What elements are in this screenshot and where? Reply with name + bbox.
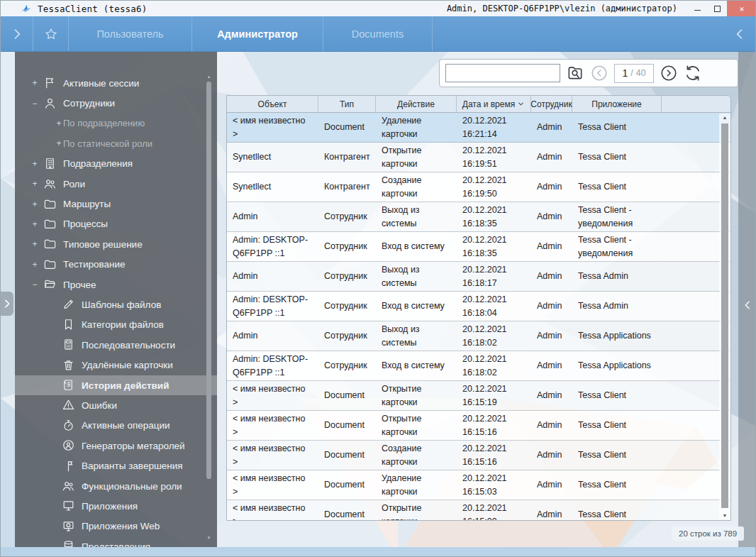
- sidebar-item[interactable]: Генераторы метаролей: [15, 436, 217, 456]
- cell-type: Document: [318, 381, 376, 410]
- cell-type: Document: [318, 470, 376, 500]
- right-panel-handle[interactable]: [738, 293, 756, 317]
- cell-employee: Admin: [531, 470, 572, 500]
- sidebar-item[interactable]: +Процессы: [15, 214, 217, 234]
- collapse-icon[interactable]: −: [30, 280, 39, 289]
- sidebar-item[interactable]: Представления: [15, 536, 217, 547]
- logged-in-user: Admin, DESKTOP-Q6FP1PP\vlezin (администр…: [447, 4, 677, 13]
- table-row[interactable]: Admin: DESKTOP-Q6FP1PP ::1СотрудникВход …: [227, 232, 730, 262]
- scroll-up-icon[interactable]: ▲: [719, 115, 730, 120]
- expand-menu-button[interactable]: [1, 16, 33, 51]
- sidebar-scrollbar[interactable]: ▲ ▼: [206, 75, 211, 537]
- tab-administrator[interactable]: Администратор: [192, 16, 323, 51]
- sidebar-item[interactable]: −Сотрудники: [15, 93, 217, 113]
- table-row[interactable]: Admin: DESKTOP-Q6FP1PP ::1СотрудникВход …: [227, 351, 730, 381]
- table-row[interactable]: < имя неизвестно >DocumentОткрытие карто…: [227, 411, 730, 441]
- sidebar-item[interactable]: История действий: [15, 375, 217, 395]
- sidebar-item[interactable]: +По статической роли: [15, 133, 217, 153]
- column-header[interactable]: Дата и время: [457, 96, 531, 112]
- refresh-button[interactable]: [684, 64, 702, 82]
- sidebar-expand-handle[interactable]: [1, 292, 13, 316]
- monitor-web-icon: [62, 519, 76, 534]
- folder-search-icon: [566, 64, 584, 82]
- chevron-left-icon: [742, 299, 753, 311]
- search-input[interactable]: [445, 64, 560, 82]
- expand-icon[interactable]: +: [30, 179, 39, 189]
- table-row[interactable]: AdminСотрудникВыход из системы20.12.2021…: [227, 202, 730, 232]
- cell-action: Вход в систему: [376, 232, 457, 261]
- tab-user[interactable]: Пользователь: [69, 16, 192, 51]
- scroll-down-icon[interactable]: ▼: [719, 513, 730, 518]
- action-history-table: ОбъектТипДействиеДата и времяСотрудникПр…: [226, 95, 731, 521]
- title-bar: TessaClient (tessa6) Admin, DESKTOP-Q6FP…: [1, 1, 756, 16]
- sidebar-item[interactable]: −Прочее: [15, 275, 217, 294]
- tab-documents[interactable]: Documents: [323, 16, 433, 51]
- table-row[interactable]: < имя неизвестно >DocumentСоздание карто…: [227, 441, 730, 470]
- table-row[interactable]: < имя неизвестно >DocumentОткрытие карто…: [227, 381, 730, 411]
- sidebar-item[interactable]: +Роли: [15, 174, 217, 194]
- table-row[interactable]: < имя неизвестно >DocumentОткрытие карто…: [227, 500, 730, 521]
- sidebar-item[interactable]: +Маршруты: [15, 194, 217, 214]
- sidebar-item[interactable]: Последовательности: [15, 335, 217, 355]
- column-header[interactable]: Сотрудник: [531, 96, 572, 112]
- expand-icon[interactable]: +: [55, 118, 63, 128]
- page-total: 40: [636, 68, 646, 78]
- table-row[interactable]: AdminСотрудникВыход из системы20.12.2021…: [227, 321, 730, 351]
- column-header[interactable]: Объект: [227, 96, 318, 112]
- sidebar-item[interactable]: Удалённые карточки: [15, 355, 217, 375]
- cell-action: Открытие карточки: [376, 411, 457, 440]
- table-scrollbar[interactable]: ▲ ▼: [719, 114, 730, 519]
- expand-icon[interactable]: +: [30, 260, 39, 270]
- sidebar-item[interactable]: Варианты завершения: [15, 456, 217, 475]
- collapse-icon[interactable]: −: [30, 99, 39, 109]
- sidebar-item[interactable]: Приложения: [15, 496, 217, 516]
- next-page-button[interactable]: [660, 64, 678, 82]
- cell-datetime: 20.12.202116:19:50: [457, 172, 531, 202]
- previous-page-button[interactable]: [590, 64, 608, 82]
- sidebar-item[interactable]: Категории файлов: [15, 315, 217, 335]
- expand-icon[interactable]: +: [30, 78, 39, 88]
- cell-application: Tessa Client: [572, 381, 662, 410]
- sidebar-item[interactable]: +Тестирование: [15, 255, 217, 275]
- page-indicator[interactable]: 1 / 40: [614, 64, 654, 83]
- cell-employee: Admin: [531, 172, 572, 202]
- search-in-view-button[interactable]: [566, 64, 584, 82]
- table-row[interactable]: < имя неизвестно >DocumentУдаление карто…: [227, 113, 730, 143]
- expand-icon[interactable]: +: [55, 138, 63, 148]
- sidebar-item[interactable]: Активные операции: [15, 416, 217, 436]
- expand-icon[interactable]: +: [30, 219, 39, 229]
- sidebar-item[interactable]: +Типовое решение: [15, 234, 217, 254]
- folder-icon: [43, 197, 57, 211]
- expand-icon[interactable]: +: [30, 239, 39, 249]
- scroll-down-icon[interactable]: ▼: [206, 536, 211, 540]
- cell-employee: Admin: [531, 411, 572, 440]
- minimize-button[interactable]: [687, 1, 707, 16]
- sidebar-item[interactable]: +Активные сессии: [15, 73, 217, 93]
- sidebar-item[interactable]: Шаблоны файлов: [15, 294, 217, 314]
- column-header[interactable]: Тип: [318, 96, 376, 112]
- expand-icon[interactable]: +: [30, 159, 39, 169]
- sidebar-item[interactable]: +По подразделению: [15, 114, 217, 133]
- maximize-button[interactable]: [707, 1, 727, 16]
- cell-employee: Admin: [531, 500, 572, 521]
- favorites-button[interactable]: [33, 16, 69, 51]
- table-row[interactable]: AdminСотрудникВыход из системы20.12.2021…: [227, 262, 730, 292]
- collapse-panel-button[interactable]: [723, 16, 756, 51]
- table-row[interactable]: SynetllectКонтрагентОткрытие карточки20.…: [227, 143, 730, 172]
- scroll-up-icon[interactable]: ▲: [206, 75, 211, 79]
- column-header[interactable]: Приложение: [572, 96, 662, 112]
- sidebar-item[interactable]: Функциональные роли: [15, 476, 217, 496]
- sidebar-item[interactable]: Ошибки: [15, 395, 217, 415]
- sidebar-item[interactable]: Приложения Web: [15, 517, 217, 536]
- column-header[interactable]: Действие: [376, 96, 457, 112]
- table-row[interactable]: SynetllectКонтрагентСоздание карточки20.…: [227, 172, 730, 202]
- cell-datetime: 20.12.202116:15:00: [457, 500, 531, 521]
- expand-icon[interactable]: +: [30, 199, 39, 209]
- close-button[interactable]: ✕: [727, 1, 756, 16]
- cell-employee: Admin: [531, 381, 572, 410]
- table-row[interactable]: < имя неизвестно >DocumentУдаление карто…: [227, 470, 730, 500]
- table-row[interactable]: Admin: DESKTOP-Q6FP1PP ::1СотрудникВход …: [227, 292, 730, 321]
- scrollbar-thumb[interactable]: [721, 123, 728, 508]
- scrollbar-thumb[interactable]: [206, 82, 211, 479]
- sidebar-item[interactable]: +Подразделения: [15, 154, 217, 174]
